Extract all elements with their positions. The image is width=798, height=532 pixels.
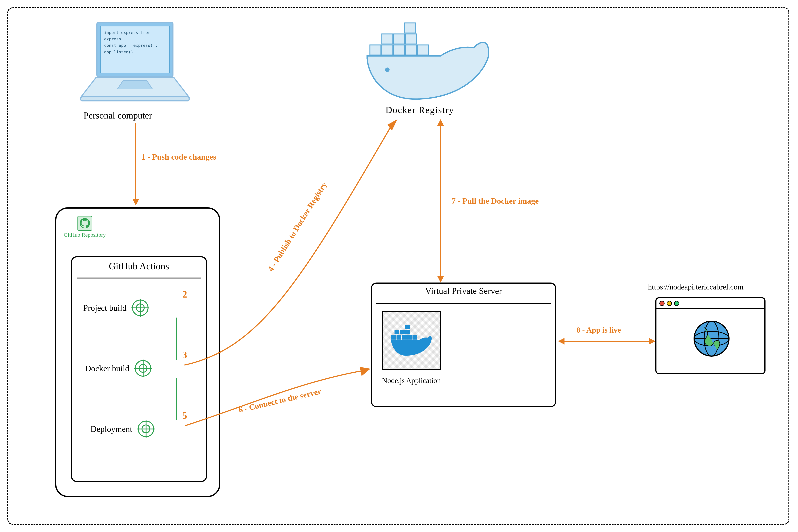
vps-box: Virtual Private Server Node.js Applicati… <box>371 283 556 407</box>
target-icon <box>138 421 154 437</box>
svg-rect-5 <box>405 23 416 33</box>
github-actions-title: GitHub Actions <box>72 261 206 271</box>
target-icon <box>135 360 151 377</box>
docker-whale-icon <box>364 20 492 103</box>
arrow-1-label: 1 - Push code changes <box>141 152 216 162</box>
docker-app-icon <box>382 311 441 370</box>
step-num-2: 2 <box>182 289 187 300</box>
svg-rect-27 <box>407 335 412 340</box>
svg-rect-24 <box>391 335 396 340</box>
window-dot-yellow <box>667 301 672 306</box>
step-deployment: Deployment <box>91 424 132 434</box>
target-icon <box>132 300 149 316</box>
connector-line <box>176 318 177 360</box>
connector-line <box>176 378 177 420</box>
svg-marker-2 <box>117 81 152 89</box>
globe-icon <box>693 320 730 357</box>
svg-rect-23 <box>405 330 410 335</box>
svg-rect-8 <box>406 34 417 44</box>
code-line: const app = express(); <box>104 42 166 49</box>
step-num-5: 5 <box>182 410 187 421</box>
svg-rect-13 <box>417 45 429 55</box>
github-icon <box>77 216 92 231</box>
step-project-build: Project build <box>83 303 127 313</box>
svg-rect-20 <box>405 325 410 329</box>
svg-rect-28 <box>412 335 417 340</box>
node-app-label: Node.js Application <box>382 376 441 385</box>
svg-rect-25 <box>396 335 401 340</box>
code-line: app.listen() <box>104 49 166 55</box>
svg-rect-26 <box>402 335 407 340</box>
svg-rect-22 <box>400 330 405 335</box>
github-repo-label: GitHub Repository <box>64 232 106 238</box>
svg-rect-21 <box>394 330 399 335</box>
svg-rect-12 <box>406 45 417 55</box>
github-actions-box: GitHub Actions Project build 2 Docker bu… <box>71 256 207 482</box>
svg-rect-9 <box>370 45 381 55</box>
divider <box>376 303 551 304</box>
svg-rect-11 <box>394 45 405 55</box>
window-dot-green <box>674 301 679 306</box>
arrow-7-label: 7 - Pull the Docker image <box>451 196 539 206</box>
code-line: import express from express <box>104 30 166 42</box>
browser-window-icon <box>655 297 765 374</box>
vps-title: Virtual Private Server <box>372 286 555 296</box>
svg-rect-10 <box>382 45 393 55</box>
docker-registry-caption: Docker Registry <box>386 104 454 115</box>
divider <box>77 278 201 279</box>
code-snippet: import express from express const app = … <box>100 26 170 73</box>
arrow-8-label: 8 - App is live <box>576 326 621 335</box>
svg-rect-7 <box>394 34 405 44</box>
window-dot-red <box>660 301 665 306</box>
laptop-icon: import express from express const app = … <box>79 22 191 104</box>
svg-point-14 <box>385 68 390 72</box>
svg-rect-6 <box>382 34 393 44</box>
svg-rect-1 <box>81 97 189 101</box>
step-num-3: 3 <box>182 349 187 360</box>
laptop-caption: Personal computer <box>83 110 152 121</box>
step-docker-build: Docker build <box>85 364 129 373</box>
browser-url: https://nodeapi.tericcabrel.com <box>648 283 743 291</box>
github-repository-box: GitHub Repository GitHub Actions Project… <box>55 207 220 497</box>
